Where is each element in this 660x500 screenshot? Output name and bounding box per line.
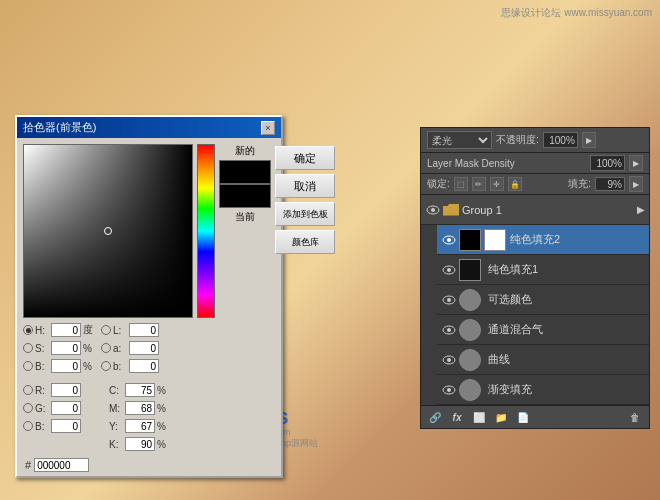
- layer-row-5[interactable]: 渐变填充: [437, 375, 649, 405]
- saturation-radio[interactable]: [23, 343, 33, 353]
- fill-input[interactable]: [595, 177, 625, 191]
- hue-radio[interactable]: [23, 325, 33, 335]
- color-libraries-button[interactable]: 颜色库: [275, 230, 335, 254]
- layer-5-name: 渐变填充: [488, 382, 645, 397]
- a-input[interactable]: [129, 341, 159, 355]
- new-layer-btn[interactable]: 📄: [515, 409, 531, 425]
- layer-row-3[interactable]: 通道混合气: [437, 315, 649, 345]
- blue-radio[interactable]: [23, 421, 33, 431]
- cancel-button[interactable]: 取消: [275, 174, 335, 198]
- watermark-text: 思缘设计论坛 www.missyuan.com: [501, 7, 652, 18]
- mask-density-label: Layer Mask Density: [427, 158, 586, 169]
- layer-1-eye[interactable]: [441, 262, 457, 278]
- Y-input[interactable]: [125, 419, 155, 433]
- layers-blend-row: 柔光 不透明度: ▶: [421, 128, 649, 153]
- add-mask-btn[interactable]: ⬜: [471, 409, 487, 425]
- delete-layer-btn[interactable]: 🗑: [627, 409, 643, 425]
- layer-0-eye[interactable]: [441, 232, 457, 248]
- b-label: b:: [113, 361, 127, 372]
- green-radio[interactable]: [23, 403, 33, 413]
- hex-input[interactable]: [34, 458, 89, 472]
- group-layer-name: Group 1: [462, 204, 637, 216]
- a-radio[interactable]: [101, 343, 111, 353]
- C-input[interactable]: [125, 383, 155, 397]
- saturation-input[interactable]: [51, 341, 81, 355]
- group-expand-icon[interactable]: ▶: [637, 204, 645, 215]
- layer-row-2[interactable]: 可选颜色: [437, 285, 649, 315]
- lock-all-icon[interactable]: 🔒: [508, 177, 522, 191]
- red-radio[interactable]: [23, 385, 33, 395]
- K-label: K:: [109, 439, 123, 450]
- layer-group-row[interactable]: Group 1 ▶: [421, 195, 649, 225]
- new-group-btn[interactable]: 📁: [493, 409, 509, 425]
- M-label: M:: [109, 403, 123, 414]
- red-input[interactable]: [51, 383, 81, 397]
- hex-row: #: [17, 456, 281, 476]
- group-eye-icon[interactable]: [425, 202, 441, 218]
- close-button[interactable]: ×: [261, 121, 275, 135]
- brightness-input[interactable]: [51, 359, 81, 373]
- layer-1-thumb: [459, 259, 481, 281]
- K-input[interactable]: [125, 437, 155, 451]
- svg-point-13: [447, 388, 451, 392]
- layer-4-name: 曲线: [488, 352, 645, 367]
- layer-styles-btn[interactable]: fx: [449, 409, 465, 425]
- lock-label: 锁定:: [427, 177, 450, 191]
- a-label: a:: [113, 343, 127, 354]
- layer-5-thumb: [459, 379, 481, 401]
- brightness-radio[interactable]: [23, 361, 33, 371]
- layer-5-eye[interactable]: [441, 382, 457, 398]
- opacity-arrow[interactable]: ▶: [582, 132, 596, 148]
- L-input[interactable]: [129, 323, 159, 337]
- K-input-row: K: %: [101, 436, 166, 452]
- layer-0-name: 纯色填充2: [510, 232, 645, 247]
- add-swatches-button[interactable]: 添加到色板: [275, 202, 335, 226]
- opacity-label: 不透明度:: [496, 133, 539, 147]
- blue-input-row: B:: [23, 418, 93, 434]
- saturation-input-row: S: %: [23, 340, 93, 356]
- b-radio[interactable]: [101, 361, 111, 371]
- blend-mode-select[interactable]: 柔光: [427, 131, 492, 149]
- fill-arrow[interactable]: ▶: [629, 176, 643, 192]
- hue-input[interactable]: [51, 323, 81, 337]
- layer-row-0[interactable]: 纯色填充2: [437, 225, 649, 255]
- svg-point-7: [447, 298, 451, 302]
- L-radio[interactable]: [101, 325, 111, 335]
- lock-paint-icon[interactable]: ✏: [472, 177, 486, 191]
- b-input[interactable]: [129, 359, 159, 373]
- green-input[interactable]: [51, 401, 81, 415]
- layer-row-1[interactable]: 纯色填充1: [437, 255, 649, 285]
- dialog-title: 拾色器(前景色): [23, 120, 96, 135]
- blue-label: B:: [35, 421, 49, 432]
- hue-unit: 度: [83, 323, 93, 337]
- ok-button[interactable]: 确定: [275, 146, 335, 170]
- lock-fill-row: 锁定: ⬚ ✏ ✛ 🔒 填充: ▶: [421, 174, 649, 195]
- layer-1-name: 纯色填充1: [488, 262, 645, 277]
- folder-icon: [443, 204, 459, 216]
- hue-strip[interactable]: [197, 144, 215, 318]
- hue-label: H:: [35, 325, 49, 336]
- layer-row-4[interactable]: 曲线: [437, 345, 649, 375]
- M-input[interactable]: [125, 401, 155, 415]
- layer-3-eye[interactable]: [441, 322, 457, 338]
- Y-input-row: Y: %: [101, 418, 166, 434]
- dialog-title-bar[interactable]: 拾色器(前景色) ×: [17, 117, 281, 138]
- color-picker-dialog: 拾色器(前景色) × 新的 当前 确: [15, 115, 283, 478]
- mask-density-arrow[interactable]: ▶: [629, 155, 643, 171]
- lock-transparent-icon[interactable]: ⬚: [454, 177, 468, 191]
- svg-point-9: [447, 328, 451, 332]
- layer-4-thumb: [459, 349, 481, 371]
- layer-2-name: 可选颜色: [488, 292, 645, 307]
- b-input-row: b:: [101, 358, 166, 374]
- layer-2-eye[interactable]: [441, 292, 457, 308]
- lock-move-icon[interactable]: ✛: [490, 177, 504, 191]
- layer-0-mask: [484, 229, 506, 251]
- link-layers-btn[interactable]: 🔗: [427, 409, 443, 425]
- current-color-preview: [219, 184, 271, 208]
- saturation-brightness-square[interactable]: [23, 144, 193, 318]
- opacity-input[interactable]: [543, 132, 578, 148]
- Y-label: Y:: [109, 421, 123, 432]
- mask-density-input[interactable]: [590, 155, 625, 171]
- blue-input[interactable]: [51, 419, 81, 433]
- layer-4-eye[interactable]: [441, 352, 457, 368]
